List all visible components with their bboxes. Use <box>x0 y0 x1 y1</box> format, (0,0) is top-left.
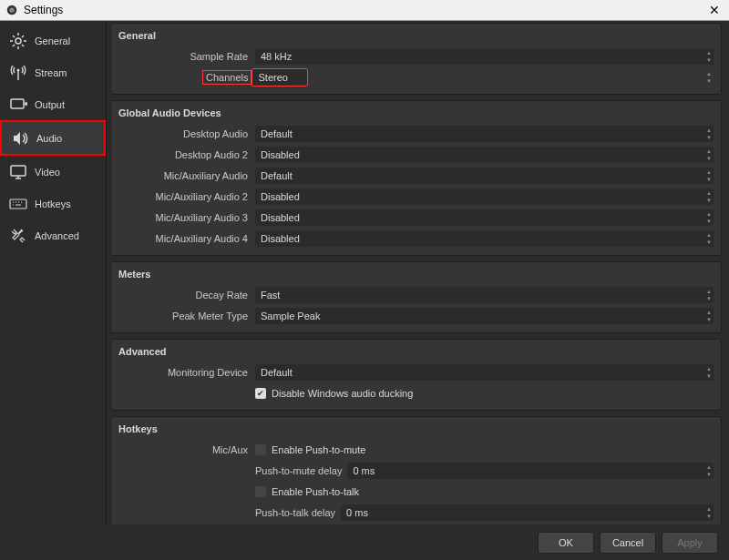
sidebar-item-label: General <box>35 36 70 46</box>
settings-content: General Sample Rate 48 kHz▲▼ Channels St… <box>107 21 729 524</box>
group-title: Hotkeys <box>111 421 721 440</box>
device-select[interactable]: Disabled▲▼ <box>255 147 714 163</box>
group-general: General Sample Rate 48 kHz▲▼ Channels St… <box>110 23 722 95</box>
device-select[interactable]: Disabled▲▼ <box>255 188 714 205</box>
select-handle-icon: ▲▼ <box>706 309 712 323</box>
group-title: General <box>111 27 721 46</box>
device-label: Mic/Auxiliary Audio 3 <box>111 212 255 223</box>
select-handle-icon: ▲▼ <box>706 210 712 225</box>
sidebar-item-label: Hotkeys <box>35 199 71 209</box>
sidebar-item-audio[interactable]: Audio <box>0 120 106 156</box>
sidebar-item-hotkeys[interactable]: Hotkeys <box>0 188 106 219</box>
title-bar: Settings ✕ <box>0 0 729 21</box>
cancel-button[interactable]: Cancel <box>600 532 656 554</box>
sidebar-item-label: Advanced <box>35 230 79 241</box>
app-icon <box>5 4 18 16</box>
sidebar-item-label: Audio <box>36 133 62 144</box>
group-hotkeys: Hotkeys Mic/Aux Enable Push-to-mute Push… <box>110 416 722 524</box>
sidebar-item-general[interactable]: General <box>0 25 106 56</box>
sidebar-item-label: Output <box>35 99 65 110</box>
micaux-ptt-delay-input[interactable]: 0 ms▲▼ <box>341 504 714 521</box>
sidebar-item-stream[interactable]: Stream <box>0 56 106 88</box>
svg-rect-6 <box>10 199 26 209</box>
ok-button[interactable]: OK <box>538 532 594 554</box>
device-select[interactable]: Disabled▲▼ <box>255 230 714 247</box>
device-label: Desktop Audio 2 <box>111 149 255 160</box>
select-handle-icon: ▲▼ <box>706 168 712 183</box>
monitoring-device-select[interactable]: Default▲▼ <box>255 364 714 381</box>
group-meters: Meters Decay Rate Fast▲▼ Peak Meter Type… <box>110 261 722 333</box>
monitoring-device-label: Monitoring Device <box>111 367 255 378</box>
micaux-ptm-delay-label: Push-to-mute delay <box>255 465 342 476</box>
sample-rate-select[interactable]: 48 kHz▲▼ <box>255 48 714 65</box>
svg-rect-5 <box>11 166 26 176</box>
svg-rect-4 <box>11 99 24 108</box>
micaux-label: Mic/Aux <box>111 444 255 455</box>
svg-point-1 <box>9 7 14 12</box>
select-handle-icon: ▲▼ <box>706 365 712 380</box>
select-handle-icon: ▲▼ <box>706 127 712 141</box>
svg-point-2 <box>15 38 21 44</box>
keyboard-icon <box>9 195 27 213</box>
channels-select[interactable]: Stereo <box>252 68 308 87</box>
peak-meter-type-select[interactable]: Sample Peak▲▼ <box>255 308 714 324</box>
stepper-icon[interactable]: ▲▼ <box>706 463 712 478</box>
micaux-ptm-delay-input[interactable]: 0 ms▲▼ <box>347 463 714 479</box>
device-select[interactable]: Default▲▼ <box>255 168 714 184</box>
select-handle-icon: ▲▼ <box>706 231 712 246</box>
window-title: Settings <box>24 4 63 16</box>
select-handle-icon: ▲▼ <box>706 70 712 85</box>
select-handle-icon: ▲▼ <box>706 288 712 302</box>
disable-ducking-checkbox[interactable]: ✔ <box>255 388 266 399</box>
settings-sidebar: General Stream Output Audio Video Hotkey… <box>0 21 107 524</box>
sample-rate-label: Sample Rate <box>111 51 255 62</box>
device-label: Desktop Audio <box>111 128 255 139</box>
device-label: Mic/Auxiliary Audio 4 <box>111 233 255 244</box>
close-icon[interactable]: ✕ <box>705 3 724 17</box>
monitor-icon <box>9 163 27 181</box>
micaux-ptt-delay-label: Push-to-talk delay <box>255 507 335 518</box>
group-global-audio-devices: Global Audio Devices Desktop AudioDefaul… <box>110 100 722 256</box>
antenna-icon <box>9 64 27 82</box>
peak-meter-type-label: Peak Meter Type <box>111 311 255 321</box>
group-title: Global Audio Devices <box>111 105 721 124</box>
micaux-ptm-checkbox[interactable] <box>255 444 266 455</box>
channels-label: Channels <box>202 70 252 85</box>
tools-icon <box>9 227 27 245</box>
select-handle-icon: ▲▼ <box>706 148 712 162</box>
speaker-icon <box>11 129 29 148</box>
decay-rate-select[interactable]: Fast▲▼ <box>255 287 714 303</box>
output-icon <box>9 96 27 114</box>
group-advanced: Advanced Monitoring Device Default▲▼ ✔ D… <box>110 339 722 411</box>
gear-icon <box>9 32 27 50</box>
disable-ducking-label: Disable Windows audio ducking <box>272 388 413 399</box>
device-select[interactable]: Disabled▲▼ <box>255 209 714 226</box>
dialog-footer: OK Cancel Apply <box>0 524 729 560</box>
sidebar-item-advanced[interactable]: Advanced <box>0 219 106 251</box>
sidebar-item-output[interactable]: Output <box>0 88 106 120</box>
sidebar-item-label: Stream <box>35 67 67 78</box>
micaux-ptt-checkbox[interactable] <box>255 486 266 497</box>
sidebar-item-label: Video <box>35 167 60 178</box>
apply-button[interactable]: Apply <box>662 532 718 554</box>
device-select[interactable]: Default▲▼ <box>255 126 714 142</box>
select-handle-icon: ▲▼ <box>706 189 712 204</box>
device-label: Mic/Auxiliary Audio 2 <box>111 191 255 202</box>
sidebar-item-video[interactable]: Video <box>0 156 106 188</box>
stepper-icon[interactable]: ▲▼ <box>706 505 712 520</box>
group-title: Meters <box>111 266 721 285</box>
group-title: Advanced <box>111 343 721 362</box>
select-handle-icon: ▲▼ <box>706 49 712 64</box>
device-label: Mic/Auxiliary Audio <box>111 170 255 181</box>
decay-rate-label: Decay Rate <box>111 290 255 300</box>
